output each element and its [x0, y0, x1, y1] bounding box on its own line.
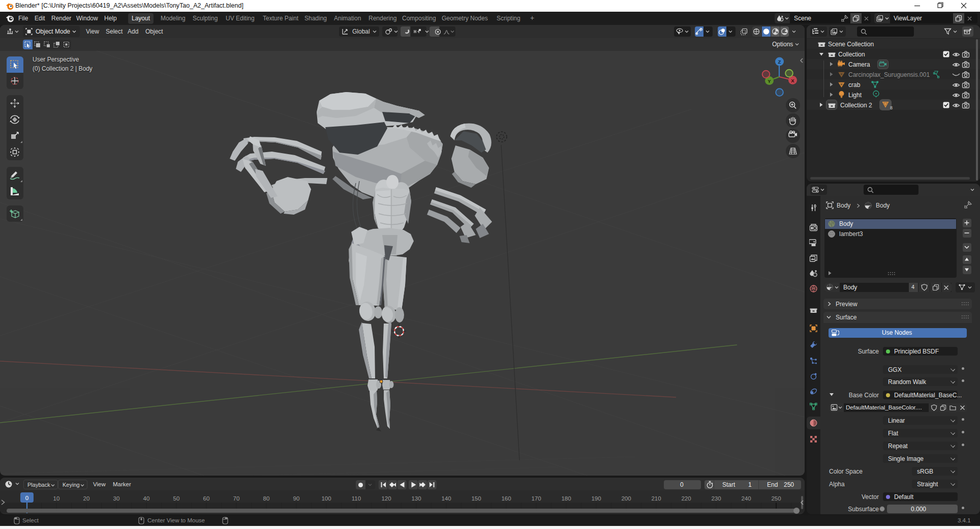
svg-text:Z: Z	[778, 59, 781, 65]
svg-text:60: 60	[203, 495, 210, 502]
svg-text:Y: Y	[768, 78, 771, 84]
svg-text:230: 230	[711, 495, 721, 502]
svg-text:190: 190	[591, 495, 601, 502]
svg-text:130: 130	[411, 495, 421, 502]
svg-text:80: 80	[263, 495, 270, 502]
svg-text:240: 240	[741, 495, 751, 502]
svg-text:X: X	[791, 78, 794, 83]
svg-text:10: 10	[53, 495, 60, 502]
svg-text:150: 150	[471, 495, 481, 502]
svg-text:70: 70	[233, 495, 240, 502]
svg-text:170: 170	[531, 495, 541, 502]
svg-text:100: 100	[321, 495, 331, 502]
svg-text:120: 120	[381, 495, 391, 502]
svg-text:140: 140	[441, 495, 451, 502]
svg-text:40: 40	[143, 495, 150, 502]
svg-text:200: 200	[621, 495, 631, 502]
svg-text:50: 50	[173, 495, 180, 502]
svg-text:30: 30	[113, 495, 120, 502]
svg-text:180: 180	[561, 495, 571, 502]
svg-text:250: 250	[771, 495, 781, 502]
svg-text:110: 110	[352, 495, 361, 502]
svg-text:0: 0	[25, 495, 28, 501]
svg-text:20: 20	[83, 495, 90, 502]
svg-text:210: 210	[651, 495, 661, 502]
svg-text:220: 220	[681, 495, 691, 502]
svg-text:90: 90	[293, 495, 300, 502]
svg-text:160: 160	[501, 495, 511, 502]
